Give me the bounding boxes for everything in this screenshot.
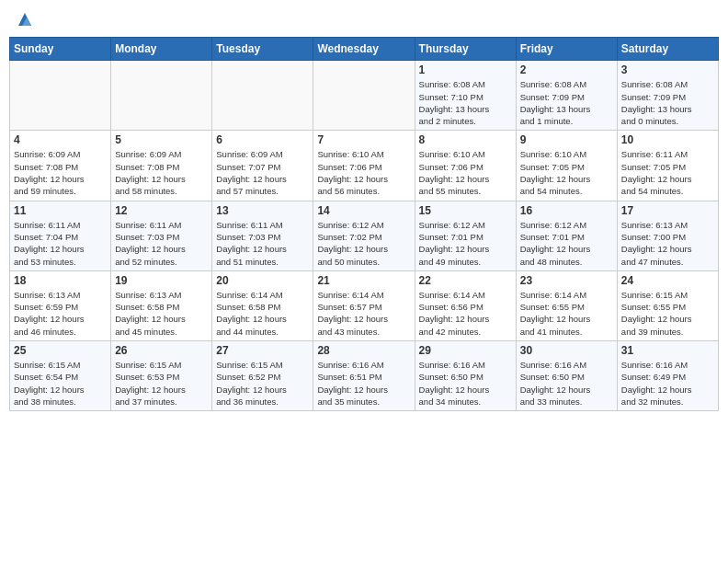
day-info: Sunrise: 6:08 AM Sunset: 7:10 PM Dayligh… [419, 78, 512, 127]
calendar-cell: 30Sunrise: 6:16 AM Sunset: 6:50 PM Dayli… [516, 341, 617, 411]
day-info: Sunrise: 6:14 AM Sunset: 6:57 PM Dayligh… [317, 289, 410, 338]
day-info: Sunrise: 6:11 AM Sunset: 7:03 PM Dayligh… [216, 219, 309, 268]
day-info: Sunrise: 6:13 AM Sunset: 6:59 PM Dayligh… [14, 289, 107, 338]
day-header-friday: Friday [516, 38, 617, 61]
day-info: Sunrise: 6:14 AM Sunset: 6:55 PM Dayligh… [520, 289, 613, 338]
calendar-cell: 1Sunrise: 6:08 AM Sunset: 7:10 PM Daylig… [415, 61, 516, 131]
calendar-cell: 27Sunrise: 6:15 AM Sunset: 6:52 PM Dayli… [212, 341, 313, 411]
day-info: Sunrise: 6:16 AM Sunset: 6:50 PM Dayligh… [419, 359, 512, 408]
day-number: 16 [520, 204, 613, 217]
day-info: Sunrise: 6:15 AM Sunset: 6:54 PM Dayligh… [14, 359, 107, 408]
calendar-week-row: 25Sunrise: 6:15 AM Sunset: 6:54 PM Dayli… [10, 341, 719, 411]
day-info: Sunrise: 6:10 AM Sunset: 7:05 PM Dayligh… [520, 148, 613, 197]
calendar-cell: 9Sunrise: 6:10 AM Sunset: 7:05 PM Daylig… [516, 131, 617, 201]
day-info: Sunrise: 6:16 AM Sunset: 6:50 PM Dayligh… [520, 359, 613, 408]
day-info: Sunrise: 6:16 AM Sunset: 6:49 PM Dayligh… [621, 359, 714, 408]
day-number: 4 [14, 133, 107, 146]
day-number: 8 [419, 133, 512, 146]
calendar-cell: 31Sunrise: 6:16 AM Sunset: 6:49 PM Dayli… [617, 341, 718, 411]
day-info: Sunrise: 6:14 AM Sunset: 6:56 PM Dayligh… [419, 289, 512, 338]
calendar-cell: 3Sunrise: 6:08 AM Sunset: 7:09 PM Daylig… [617, 61, 718, 131]
day-header-wednesday: Wednesday [313, 38, 415, 61]
calendar-week-row: 11Sunrise: 6:11 AM Sunset: 7:04 PM Dayli… [10, 201, 719, 270]
day-info: Sunrise: 6:11 AM Sunset: 7:04 PM Dayligh… [14, 219, 107, 268]
day-number: 26 [115, 344, 208, 357]
calendar-cell: 24Sunrise: 6:15 AM Sunset: 6:55 PM Dayli… [617, 270, 718, 340]
day-number: 15 [419, 204, 512, 217]
day-info: Sunrise: 6:11 AM Sunset: 7:05 PM Dayligh… [621, 148, 714, 197]
day-number: 19 [115, 274, 208, 287]
calendar-cell: 25Sunrise: 6:15 AM Sunset: 6:54 PM Dayli… [10, 341, 111, 411]
calendar-cell: 14Sunrise: 6:12 AM Sunset: 7:02 PM Dayli… [313, 201, 415, 270]
day-number: 5 [115, 133, 208, 146]
calendar-cell: 6Sunrise: 6:09 AM Sunset: 7:07 PM Daylig… [212, 131, 313, 201]
calendar-cell: 21Sunrise: 6:14 AM Sunset: 6:57 PM Dayli… [313, 270, 415, 340]
calendar-cell: 20Sunrise: 6:14 AM Sunset: 6:58 PM Dayli… [212, 270, 313, 340]
calendar-week-row: 4Sunrise: 6:09 AM Sunset: 7:08 PM Daylig… [10, 131, 719, 201]
day-number: 14 [317, 204, 410, 217]
calendar-cell: 23Sunrise: 6:14 AM Sunset: 6:55 PM Dayli… [516, 270, 617, 340]
day-info: Sunrise: 6:11 AM Sunset: 7:03 PM Dayligh… [115, 219, 208, 268]
calendar-week-row: 18Sunrise: 6:13 AM Sunset: 6:59 PM Dayli… [10, 270, 719, 340]
calendar-cell: 4Sunrise: 6:09 AM Sunset: 7:08 PM Daylig… [10, 131, 111, 201]
calendar-cell: 26Sunrise: 6:15 AM Sunset: 6:53 PM Dayli… [111, 341, 212, 411]
day-info: Sunrise: 6:12 AM Sunset: 7:02 PM Dayligh… [317, 219, 410, 268]
calendar-cell: 22Sunrise: 6:14 AM Sunset: 6:56 PM Dayli… [415, 270, 516, 340]
calendar-cell: 13Sunrise: 6:11 AM Sunset: 7:03 PM Dayli… [212, 201, 313, 270]
day-number: 6 [216, 133, 309, 146]
calendar-header-row: SundayMondayTuesdayWednesdayThursdayFrid… [10, 38, 719, 61]
day-info: Sunrise: 6:15 AM Sunset: 6:52 PM Dayligh… [216, 359, 309, 408]
day-number: 11 [14, 204, 107, 217]
calendar-cell: 5Sunrise: 6:09 AM Sunset: 7:08 PM Daylig… [111, 131, 212, 201]
day-number: 20 [216, 274, 309, 287]
day-info: Sunrise: 6:10 AM Sunset: 7:06 PM Dayligh… [419, 148, 512, 197]
calendar-cell: 29Sunrise: 6:16 AM Sunset: 6:50 PM Dayli… [415, 341, 516, 411]
day-number: 30 [520, 344, 613, 357]
calendar-cell: 16Sunrise: 6:12 AM Sunset: 7:01 PM Dayli… [516, 201, 617, 270]
calendar-table: SundayMondayTuesdayWednesdayThursdayFrid… [9, 37, 719, 411]
day-number: 27 [216, 344, 309, 357]
day-number: 12 [115, 204, 208, 217]
day-number: 21 [317, 274, 410, 287]
day-info: Sunrise: 6:10 AM Sunset: 7:06 PM Dayligh… [317, 148, 410, 197]
calendar-cell: 15Sunrise: 6:12 AM Sunset: 7:01 PM Dayli… [415, 201, 516, 270]
logo-icon [15, 9, 35, 29]
day-number: 28 [317, 344, 410, 357]
calendar-cell [10, 61, 111, 131]
day-number: 31 [621, 344, 714, 357]
day-number: 23 [520, 274, 613, 287]
day-info: Sunrise: 6:09 AM Sunset: 7:08 PM Dayligh… [115, 148, 208, 197]
day-header-monday: Monday [111, 38, 212, 61]
day-number: 24 [621, 274, 714, 287]
calendar-cell: 2Sunrise: 6:08 AM Sunset: 7:09 PM Daylig… [516, 61, 617, 131]
day-number: 1 [419, 63, 512, 76]
calendar-cell [313, 61, 415, 131]
calendar-cell: 11Sunrise: 6:11 AM Sunset: 7:04 PM Dayli… [10, 201, 111, 270]
calendar-week-row: 1Sunrise: 6:08 AM Sunset: 7:10 PM Daylig… [10, 61, 719, 131]
day-info: Sunrise: 6:15 AM Sunset: 6:53 PM Dayligh… [115, 359, 208, 408]
day-number: 13 [216, 204, 309, 217]
calendar-cell: 10Sunrise: 6:11 AM Sunset: 7:05 PM Dayli… [617, 131, 718, 201]
day-info: Sunrise: 6:13 AM Sunset: 7:00 PM Dayligh… [621, 219, 714, 268]
day-info: Sunrise: 6:09 AM Sunset: 7:07 PM Dayligh… [216, 148, 309, 197]
day-info: Sunrise: 6:12 AM Sunset: 7:01 PM Dayligh… [419, 219, 512, 268]
day-info: Sunrise: 6:13 AM Sunset: 6:58 PM Dayligh… [115, 289, 208, 338]
day-number: 7 [317, 133, 410, 146]
day-header-thursday: Thursday [415, 38, 516, 61]
day-header-tuesday: Tuesday [212, 38, 313, 61]
calendar-cell: 28Sunrise: 6:16 AM Sunset: 6:51 PM Dayli… [313, 341, 415, 411]
day-number: 10 [621, 133, 714, 146]
logo [13, 9, 35, 29]
calendar-cell: 8Sunrise: 6:10 AM Sunset: 7:06 PM Daylig… [415, 131, 516, 201]
day-info: Sunrise: 6:09 AM Sunset: 7:08 PM Dayligh… [14, 148, 107, 197]
day-info: Sunrise: 6:08 AM Sunset: 7:09 PM Dayligh… [520, 78, 613, 127]
calendar-cell: 7Sunrise: 6:10 AM Sunset: 7:06 PM Daylig… [313, 131, 415, 201]
day-number: 2 [520, 63, 613, 76]
calendar-cell: 17Sunrise: 6:13 AM Sunset: 7:00 PM Dayli… [617, 201, 718, 270]
day-info: Sunrise: 6:16 AM Sunset: 6:51 PM Dayligh… [317, 359, 410, 408]
day-number: 25 [14, 344, 107, 357]
calendar-cell: 12Sunrise: 6:11 AM Sunset: 7:03 PM Dayli… [111, 201, 212, 270]
day-number: 22 [419, 274, 512, 287]
calendar-cell [212, 61, 313, 131]
day-number: 17 [621, 204, 714, 217]
